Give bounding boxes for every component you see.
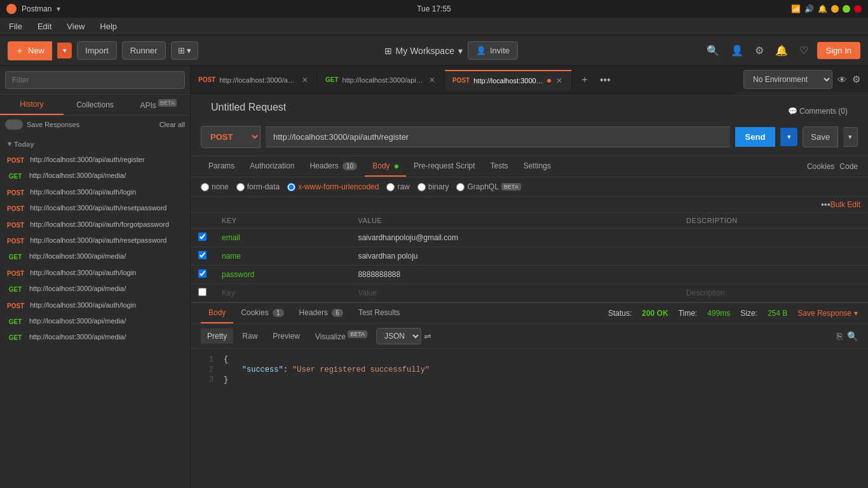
tab-headers[interactable]: Headers 10 [302, 156, 365, 177]
list-item[interactable]: POST http://localhost:3000/api/auth/rese… [0, 233, 190, 248]
resp-tab-test-results[interactable]: Test Results [351, 303, 407, 323]
bulk-edit-button[interactable]: Bulk Edit [831, 200, 860, 210]
resp-tab-headers[interactable]: Headers 6 [292, 303, 351, 323]
workspace-button[interactable]: ⊞ My Workspace ▾ [384, 46, 463, 56]
desc-cell[interactable] [679, 247, 868, 266]
list-item[interactable]: GET http://localhost:3000/api/media/ [0, 313, 190, 329]
radio-urlencoded[interactable]: x-www-form-urlencoded [287, 182, 379, 191]
list-item[interactable]: GET http://localhost:3000/api/media/ [0, 168, 190, 184]
url-input[interactable] [266, 126, 730, 147]
eye-icon-btn[interactable]: 👁 [837, 74, 847, 85]
tab-settings[interactable]: Settings [516, 156, 559, 177]
code-link[interactable]: Code [839, 162, 858, 171]
save-button[interactable]: Save [803, 126, 838, 147]
list-item[interactable]: POST http://localhost:3000/api/auth/logi… [0, 184, 190, 200]
import-button[interactable]: Import [77, 41, 117, 60]
radio-none[interactable]: none [201, 182, 229, 191]
save-arrow-button[interactable]: ▾ [843, 127, 858, 147]
settings-icon-btn[interactable]: ⚙ [752, 42, 766, 59]
desc-cell-placeholder[interactable]: Description [679, 284, 868, 302]
radio-urlencoded-input[interactable] [287, 183, 295, 191]
maximize-button[interactable] [843, 5, 850, 13]
radio-raw-input[interactable] [386, 183, 395, 191]
list-item[interactable]: POST http://localhost:3000/api/auth/logi… [0, 297, 190, 313]
value-cell-placeholder[interactable]: Value [350, 284, 679, 302]
format-raw[interactable]: Raw [236, 329, 264, 344]
more-options-button[interactable]: ••• [821, 200, 831, 210]
comments-button[interactable]: 💬 Comments (0) [788, 107, 848, 116]
close-button[interactable] [854, 5, 862, 13]
value-cell[interactable]: 8888888888 [350, 266, 679, 284]
menu-view[interactable]: View [64, 20, 87, 32]
toggle-switch[interactable] [5, 119, 23, 130]
user-icon-btn[interactable]: 👤 [728, 42, 746, 59]
new-button-arrow[interactable]: ▾ [57, 43, 72, 58]
tab-collections[interactable]: Collections [64, 95, 127, 115]
request-tab-3[interactable]: POST http://localhost:3000/api/auth... ✕ [445, 70, 572, 90]
env-settings-icon-btn[interactable]: ⚙ [852, 74, 860, 85]
search-response-icon-btn[interactable]: 🔍 [847, 331, 858, 341]
row-checkbox[interactable] [198, 288, 207, 296]
heart-icon-btn[interactable]: ♡ [797, 42, 811, 59]
signin-button[interactable]: Sign In [817, 42, 860, 59]
runner-button[interactable]: Runner [122, 41, 166, 60]
radio-form-data[interactable]: form-data [236, 182, 280, 191]
format-visualize[interactable]: Visualize BETA [309, 329, 374, 344]
search-input[interactable] [5, 71, 185, 89]
tab-apis[interactable]: APIs BETA [126, 95, 190, 115]
format-pretty[interactable]: Pretty [201, 329, 233, 344]
resp-tab-body[interactable]: Body [201, 303, 233, 323]
desc-cell[interactable] [679, 229, 868, 247]
send-button[interactable]: Send [735, 127, 776, 147]
key-cell[interactable]: name [214, 247, 350, 266]
more-tabs-button[interactable]: ••• [597, 72, 613, 88]
request-tab-2[interactable]: GET http://localhost:3000/api/media/ ✕ [318, 71, 445, 90]
value-cell[interactable]: saivardhanpoloju@gmail.com [350, 229, 679, 247]
list-item[interactable]: GET http://localhost:3000/api/media/ [0, 248, 190, 264]
tab-close-button[interactable]: ✕ [428, 76, 437, 85]
search-icon-btn[interactable]: 🔍 [704, 42, 722, 59]
desc-cell[interactable] [679, 266, 868, 284]
tab-pre-request[interactable]: Pre-request Script [406, 156, 483, 177]
tab-close-button[interactable]: ✕ [301, 76, 309, 85]
menu-edit[interactable]: Edit [35, 20, 54, 32]
menu-help[interactable]: Help [97, 20, 119, 32]
copy-icon-btn[interactable]: ⎘ [837, 331, 842, 341]
minimize-button[interactable] [831, 5, 839, 13]
resp-tab-cookies[interactable]: Cookies 1 [233, 303, 291, 323]
format-preview[interactable]: Preview [266, 329, 306, 344]
row-checkbox[interactable] [198, 251, 207, 259]
radio-graphql[interactable]: GraphQL BETA [456, 182, 520, 191]
key-cell[interactable]: password [214, 266, 350, 284]
add-tab-button[interactable]: ＋ [577, 71, 592, 89]
list-item[interactable]: POST http://localhost:3000/api/auth/rese… [0, 200, 190, 216]
cookies-link[interactable]: Cookies [807, 162, 834, 171]
tab-tests[interactable]: Tests [483, 156, 516, 177]
bell-icon-btn[interactable]: 🔔 [773, 42, 790, 59]
tab-body[interactable]: Body [365, 156, 406, 177]
list-item[interactable]: GET http://localhost:3000/api/media/ [0, 281, 190, 297]
tab-authorization[interactable]: Authorization [242, 156, 302, 177]
invite-button[interactable]: 👤 Invite [468, 41, 518, 60]
tab-close-button[interactable]: ✕ [555, 76, 564, 85]
radio-graphql-input[interactable] [456, 183, 465, 191]
environment-select[interactable]: No Environment [743, 70, 832, 89]
radio-binary[interactable]: binary [417, 182, 449, 191]
value-cell[interactable]: saivardhan poloju [350, 247, 679, 266]
request-tab-1[interactable]: POST http://localhost:3000/api/auth... ✕ [191, 71, 318, 90]
radio-raw[interactable]: raw [386, 182, 409, 191]
list-item[interactable]: GET http://localhost:3000/api/media/ [0, 329, 190, 345]
row-checkbox[interactable] [198, 233, 207, 241]
key-cell[interactable]: email [214, 229, 350, 247]
clear-all-button[interactable]: Clear all [159, 121, 185, 128]
menu-file[interactable]: File [6, 20, 25, 32]
list-item[interactable]: POST http://localhost:3000/api/auth/logi… [0, 265, 190, 281]
list-item[interactable]: POST http://localhost:3000/api/auth/regi… [0, 152, 190, 168]
layout-button[interactable]: ⊞ ▾ [171, 41, 199, 60]
save-response-button[interactable]: Save Response ▾ [797, 309, 858, 318]
radio-binary-input[interactable] [417, 183, 426, 191]
row-checkbox[interactable] [198, 269, 207, 278]
method-select[interactable]: POST GET PUT DELETE [201, 126, 261, 148]
radio-none-input[interactable] [201, 183, 209, 191]
list-item[interactable]: POST http://localhost:3000/api/auth/forg… [0, 217, 190, 233]
